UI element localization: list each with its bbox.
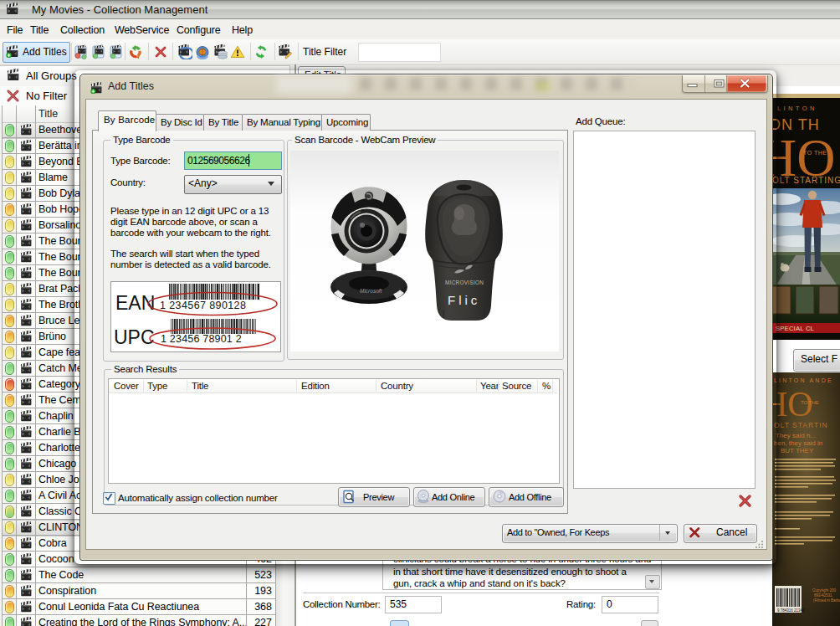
svg-text:LINTON ANDE: LINTON ANDE — [774, 377, 833, 383]
svg-text:9 784316 21346: 9 784316 21346 — [777, 608, 805, 613]
svg-text:UPC: UPC — [114, 326, 155, 348]
svg-text:EAN: EAN — [115, 292, 155, 314]
svg-text:1 23456 78901 2: 1 23456 78901 2 — [161, 333, 242, 345]
svg-text:(Filmed in Barbardos): (Filmed in Barbardos) — [813, 598, 840, 603]
svg-text:They said h...: They said h... — [776, 432, 816, 439]
svg-text:OLT STARTING: OLT STARTING — [772, 176, 840, 185]
svg-text:TO THE: TO THE — [801, 400, 819, 405]
svg-text:1 234567 890128: 1 234567 890128 — [160, 300, 246, 311]
svg-text:893-42531: 893-42531 — [814, 593, 832, 598]
svg-text:BUT THEY: BUT THEY — [781, 447, 814, 454]
svg-text:Microsoft: Microsoft — [360, 288, 383, 294]
svg-text:MICROVISION: MICROVISION — [445, 280, 484, 285]
svg-text:SPECIAL CL: SPECIAL CL — [776, 325, 814, 332]
svg-text:LINTON: LINTON — [777, 105, 817, 112]
svg-text:hen, they said in: hen, they said in — [774, 439, 822, 447]
svg-text:OLT STARTIN: OLT STARTIN — [774, 421, 828, 429]
svg-text:Flic: Flic — [448, 293, 480, 307]
svg-text:Copyright 200: Copyright 200 — [812, 588, 837, 593]
svg-text:TO THE: TO THE — [803, 150, 827, 156]
